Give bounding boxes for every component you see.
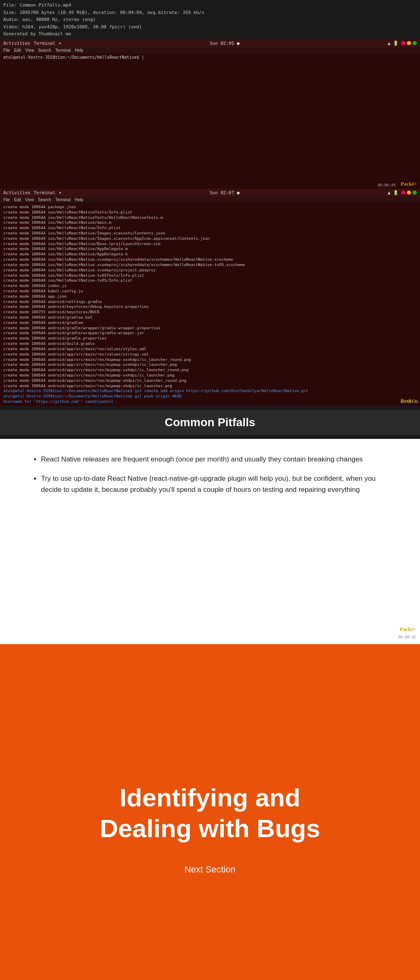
activities-label-2[interactable]: Activities — [3, 190, 30, 195]
terminal-titlebar-2: Activities Terminal ▾ Sun 02:07 ● ▲ 🔋 — [0, 189, 420, 197]
terminal-file-line: create mode 100644 android/keystores/deb… — [3, 304, 417, 310]
titlebar-left-1: Activities Terminal ▾ — [3, 41, 62, 46]
titlebar-left-2: Activities Terminal ▾ — [3, 190, 62, 195]
terminal-file-line: create mode 100644 ios/HelloReactNative/… — [3, 252, 417, 257]
dropdown-icon-2: ▾ — [59, 190, 62, 195]
terminal-file-line: create mode 100644 android/build.gradle — [3, 341, 417, 347]
terminal-file-line: create mode 100644 ios/HelloReactNative/… — [3, 231, 417, 236]
terminal-file-line: create mode 100644 android/app/src/main/… — [3, 383, 417, 389]
maximize-button-1[interactable] — [413, 41, 417, 45]
terminal-file-line: create mode 100644 android/settings.grad… — [3, 299, 417, 305]
terminal-window-2: Activities Terminal ▾ Sun 02:07 ● ▲ 🔋 Fi… — [0, 189, 420, 406]
activities-label-1[interactable]: Activities — [3, 41, 30, 46]
terminal-file-line: create mode 100644 ios/HelloReactNative/… — [3, 225, 417, 231]
terminal-menubar-2: File Edit View Search Terminal Help — [0, 197, 420, 203]
terminal-file-line: create mode 100644 android/app/src/main/… — [3, 347, 417, 352]
terminal-menubar-1: File Edit View Search Terminal Help — [0, 47, 420, 53]
terminal-titlebar-1: Activities Terminal ▾ Sun 02:05 ● ▲ 🔋 — [0, 39, 420, 47]
pitfall-bullet-item: Try to use up-to-date React Native (reac… — [41, 473, 391, 495]
packt-bottom-1: Packt> 00:00:32 — [398, 625, 416, 640]
traffic-lights-2 — [401, 190, 417, 195]
terminal-file-line: create mode 100644 ios/HelloReactNative/… — [3, 236, 417, 241]
terminal-file-line: create mode 100644 android/gradle.proper… — [3, 336, 417, 341]
terminal-file-line: create mode 100644 android/app/src/main/… — [3, 373, 417, 378]
menu-search-1[interactable]: Search — [38, 48, 51, 53]
wifi-icon-2: ▲ — [388, 190, 390, 195]
titlebar-right-2: ▲ 🔋 — [388, 190, 417, 195]
common-pitfalls-title: Common Pitfalls — [0, 410, 420, 435]
terminal-file-line: create mode 100644 app.json — [3, 294, 417, 299]
terminal-body-2: create mode 100644 package.jsoncreate mo… — [0, 203, 420, 406]
dropdown-icon-1: ▾ — [59, 41, 62, 46]
battery-icon-1: 🔋 — [393, 41, 399, 46]
terminal-file-line: create mode 100644 index.js — [3, 283, 417, 289]
terminal-file-line: create mode 100644 ios/HelloReactNative-… — [3, 273, 417, 278]
terminal-prompt-line: Username for 'https://github.com': sandi… — [3, 399, 417, 404]
terminal-window-1: Activities Terminal ▾ Sun 02:05 ● ▲ 🔋 Fi… — [0, 39, 420, 189]
pitfall-bullet-item: React Native releases are frequent enoug… — [41, 454, 391, 465]
packt-logo-1: Packt> — [401, 181, 417, 187]
menu-terminal-2[interactable]: Terminal — [55, 197, 71, 202]
video-metadata: File: Common Pitfalls.mp4 Size: 1095700 … — [0, 0, 420, 39]
terminal-label-1[interactable]: Terminal — [34, 41, 55, 46]
terminal-file-line: create mode 100644 ios/HelloReactNativeT… — [3, 210, 417, 215]
close-button-1[interactable] — [401, 41, 405, 45]
terminal-file-line: create mode 100644 ios/HelloReactNative.… — [3, 257, 417, 262]
terminal-body-1: atul@atul-Vostro-3558tion:~/Documents/He… — [0, 53, 420, 189]
minimize-button-1[interactable] — [407, 41, 411, 45]
terminal-file-line: create mode 100755 android/keystores/BUC… — [3, 310, 417, 315]
menu-help-2[interactable]: Help — [75, 197, 83, 202]
terminal-file-line: create mode 100644 ios/HelloReactNativeT… — [3, 215, 417, 220]
terminal-file-line: create mode 100644 android/gradle/wrappe… — [3, 326, 417, 331]
maximize-button-2[interactable] — [413, 190, 417, 195]
terminal-prompt-1: atul@atul-Vostro-3558tion:~/Documents/He… — [3, 55, 417, 60]
terminal-file-line: create mode 100644 android/app/src/main/… — [3, 362, 417, 367]
common-pitfalls-content: React Native releases are frequent enoug… — [0, 439, 420, 644]
titlebar-time-1: Sun 02:05 ● — [210, 41, 240, 46]
packt-logo-3: Packt> — [400, 626, 416, 632]
terminal-file-line: create mode 100644 ios/HelloReactNative.… — [3, 268, 417, 273]
terminal-prompt-line: atul@atul-Vostro-3558tion:~/Documents/He… — [3, 388, 417, 394]
menu-search-2[interactable]: Search — [38, 197, 51, 202]
menu-edit-2[interactable]: Edit — [14, 197, 21, 202]
menu-help-1[interactable]: Help — [75, 48, 83, 53]
menu-view-1[interactable]: View — [25, 48, 34, 53]
terminal-label-2[interactable]: Terminal — [34, 190, 55, 195]
terminal-file-line: create mode 100644 ios/HelloReactNative/… — [3, 246, 417, 252]
pitfalls-bullet-list: React Native releases are frequent enoug… — [29, 454, 391, 496]
traffic-lights-1 — [401, 41, 417, 45]
terminal-file-line: create mode 100644 ios/HelloReactNative.… — [3, 262, 417, 268]
timecode-1: 00:00:49 — [378, 183, 395, 187]
terminal-file-line: create mode 100644 ios/HelloReactNative-… — [3, 278, 417, 283]
battery-icon-2: 🔋 — [393, 190, 399, 195]
terminal-file-line: create mode 100644 ios/HelloReactNative/… — [3, 241, 417, 247]
wifi-icon-1: ▲ — [388, 41, 390, 46]
menu-view-2[interactable]: View — [25, 197, 34, 202]
terminal-file-line: create mode 100644 babel.config.js — [3, 289, 417, 294]
terminal-file-line: create mode 100644 android/gradlew — [3, 320, 417, 326]
packt-logo-2: Packt> — [401, 397, 417, 404]
menu-file-2[interactable]: File — [3, 197, 10, 202]
terminal-file-line: create mode 100644 android/app/src/main/… — [3, 367, 417, 373]
menu-file-1[interactable]: File — [3, 48, 10, 53]
terminal-file-line: create mode 100644 android/gradlew.bat — [3, 315, 417, 320]
menu-terminal-1[interactable]: Terminal — [55, 48, 71, 53]
titlebar-right-1: ▲ 🔋 — [388, 41, 417, 46]
terminal-prompt-line: atul@atul-Vostro-3558tion:~/Documents/He… — [3, 394, 417, 399]
terminal-file-line: create mode 100644 android/app/src/main/… — [3, 378, 417, 383]
menu-edit-1[interactable]: Edit — [14, 48, 21, 53]
terminal-file-line: create mode 100644 android/app/src/main/… — [3, 357, 417, 363]
terminal-file-line: create mode 100644 package.json — [3, 204, 417, 210]
next-section-label: Next Section — [185, 864, 236, 875]
minimize-button-2[interactable] — [407, 190, 411, 195]
next-section-main-title: Identifying and Dealing with Bugs — [100, 783, 320, 844]
terminal-file-line: create mode 100644 ios/HelloReactNative/… — [3, 220, 417, 225]
timecode-3: 00:00:32 — [398, 635, 416, 639]
slide-title-bar: Common Pitfalls — [0, 406, 420, 439]
terminal-file-line: create mode 100644 android/app/src/main/… — [3, 352, 417, 357]
close-button-2[interactable] — [401, 190, 405, 195]
titlebar-time-2: Sun 02:07 ● — [210, 190, 240, 195]
terminal-file-line: create mode 100644 android/gradle/wrappe… — [3, 330, 417, 336]
next-section-slide: Identifying and Dealing with Bugs Next S… — [0, 644, 420, 980]
